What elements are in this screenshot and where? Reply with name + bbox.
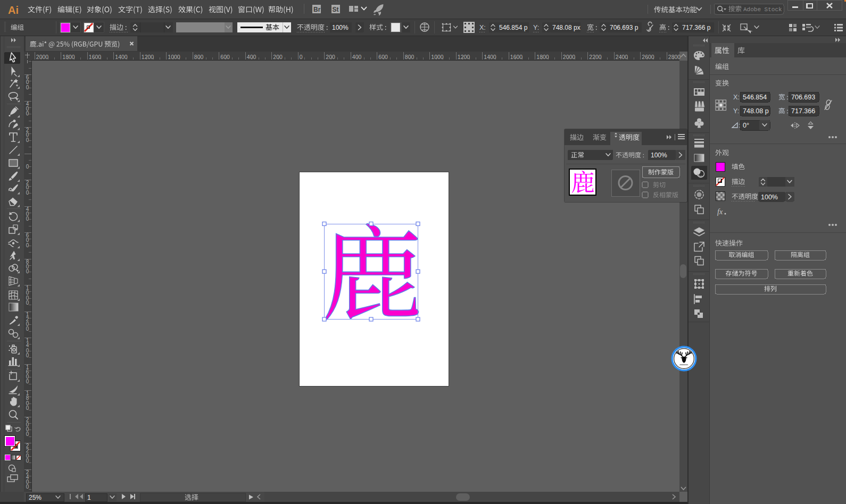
svg-text:Ai: Ai xyxy=(8,4,19,16)
svg-text:748.08 px: 748.08 px xyxy=(552,24,580,31)
svg-text:600: 600 xyxy=(378,54,388,60)
svg-text:2000: 2000 xyxy=(563,54,576,60)
svg-text:600: 600 xyxy=(220,54,230,60)
svg-text:Adobe Stock: Adobe Stock xyxy=(743,6,782,13)
svg-text:100%: 100% xyxy=(651,152,667,159)
svg-text:1400: 1400 xyxy=(115,54,128,60)
svg-text:717.366: 717.366 xyxy=(791,107,815,115)
svg-text:2200: 2200 xyxy=(589,54,602,60)
svg-text:0: 0 xyxy=(26,300,29,306)
svg-text:546.854: 546.854 xyxy=(743,94,767,101)
svg-text:0: 0 xyxy=(26,431,29,437)
svg-text:1200: 1200 xyxy=(458,54,470,60)
svg-text:717.366 p: 717.366 p xyxy=(682,24,711,31)
svg-text:748.08 p: 748.08 p xyxy=(743,107,769,115)
svg-text:1600: 1600 xyxy=(89,54,102,60)
svg-text:0: 0 xyxy=(26,85,29,90)
svg-text:1800: 1800 xyxy=(536,54,549,60)
svg-text:800: 800 xyxy=(194,54,204,60)
svg-text:2400: 2400 xyxy=(616,54,628,60)
svg-text:400: 400 xyxy=(352,54,362,60)
svg-text:0: 0 xyxy=(26,216,29,222)
svg-text:1600: 1600 xyxy=(510,54,523,60)
svg-text:St: St xyxy=(333,6,339,13)
svg-text:2000: 2000 xyxy=(36,54,49,60)
svg-text:1000: 1000 xyxy=(168,54,180,60)
svg-text:0: 0 xyxy=(26,379,29,384)
svg-text:fx: fx xyxy=(717,208,723,216)
svg-text:0: 0 xyxy=(26,190,29,196)
svg-text:0: 0 xyxy=(26,164,29,170)
svg-text:0: 0 xyxy=(26,352,29,358)
svg-text:1800: 1800 xyxy=(62,54,75,60)
svg-text:0: 0 xyxy=(26,111,29,116)
svg-text:0: 0 xyxy=(26,458,29,464)
svg-text:200: 200 xyxy=(326,54,335,60)
svg-text:1200: 1200 xyxy=(142,54,154,60)
svg-text:25%: 25% xyxy=(29,494,42,501)
svg-text:Y:: Y: xyxy=(533,24,539,31)
svg-text:2600: 2600 xyxy=(642,54,654,60)
svg-text:0: 0 xyxy=(26,242,29,248)
svg-text:546.854 p: 546.854 p xyxy=(499,24,528,31)
svg-text:0: 0 xyxy=(26,484,29,490)
svg-text:1000: 1000 xyxy=(431,54,444,60)
svg-text:1: 1 xyxy=(87,494,91,501)
svg-text:100%: 100% xyxy=(761,194,778,201)
svg-text:100%: 100% xyxy=(332,24,349,31)
svg-text:0: 0 xyxy=(300,54,303,60)
svg-text:0: 0 xyxy=(26,137,29,143)
svg-text:400: 400 xyxy=(247,54,256,60)
svg-text:0: 0 xyxy=(26,405,29,411)
svg-text:200: 200 xyxy=(273,54,283,60)
svg-text:706.693 p: 706.693 p xyxy=(610,24,638,31)
svg-text:1400: 1400 xyxy=(484,54,496,60)
svg-text:800: 800 xyxy=(405,54,414,60)
svg-text:706.693: 706.693 xyxy=(791,94,815,101)
svg-text:Br: Br xyxy=(313,6,321,13)
svg-text:0: 0 xyxy=(26,268,29,274)
svg-text:0: 0 xyxy=(26,326,29,332)
svg-text:0°: 0° xyxy=(743,122,749,129)
svg-text:Y:: Y: xyxy=(733,107,739,115)
svg-text:X:: X: xyxy=(733,94,740,101)
svg-text:X:: X: xyxy=(479,24,486,31)
svg-text:2800: 2800 xyxy=(668,54,681,60)
